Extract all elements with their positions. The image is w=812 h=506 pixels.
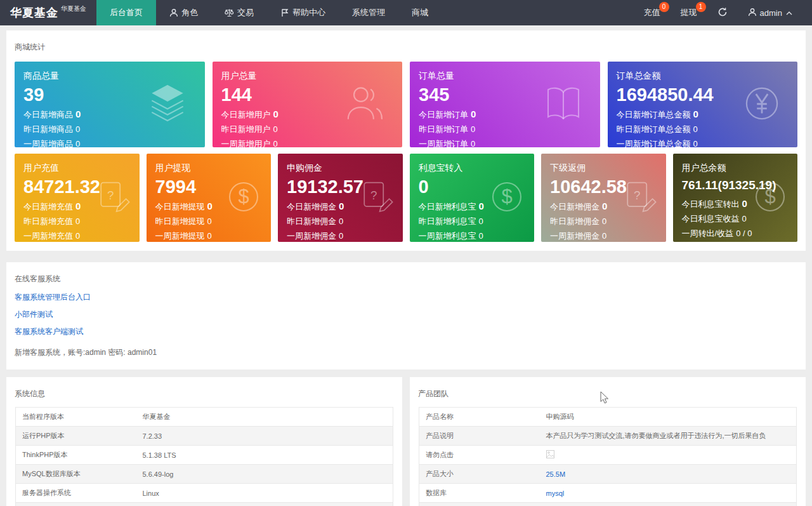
stat-card-total-orders: 订单总量 345 今日新增订单0 昨日新增订单0 一周新增订单0 (410, 62, 600, 147)
dollar-circle-icon: $ (487, 177, 527, 219)
flag-icon (280, 8, 289, 17)
svg-text:$: $ (764, 185, 775, 208)
nav-item-system[interactable]: 系统管理 (339, 0, 398, 25)
client-test-link[interactable]: 客服系统客户端测试 (15, 326, 797, 337)
table-row: MySQL数据库版本5.6.49-log (16, 465, 393, 484)
nav-item-mall[interactable]: 商城 (398, 0, 442, 25)
card-title: 订单总金额 (617, 70, 798, 82)
table-row: 请勿点击 (419, 446, 797, 465)
nav-item-label: 角色 (181, 7, 198, 18)
refresh-button[interactable] (707, 0, 738, 25)
widget-test-link[interactable]: 小部件测试 (15, 309, 797, 320)
doc-question-icon: ? (357, 178, 395, 218)
top-navbar: 华夏基金 华夏基金 后台首页 角色 交易 帮助中心 系统管理 商城 充值 0 (0, 0, 812, 25)
product-team-title: 产品团队 (410, 377, 806, 399)
stat-card-user-recharge: 用户充值 84721.32 今日新增充值0 昨日新增充值0 一周新增充值0 ? (15, 154, 140, 242)
svg-text:$: $ (238, 185, 249, 208)
card-title: 下级返佣 (550, 163, 666, 174)
admin-user-icon (748, 8, 757, 18)
service-panel-title: 在线客服系统 (6, 262, 806, 284)
main-nav: 后台首页 角色 交易 帮助中心 系统管理 商城 (96, 0, 442, 25)
recharge-label: 充值 (644, 7, 660, 18)
stat-card-interest-in: 利息宝转入 0 今日新增利息宝0 昨日新增利息宝0 一周新增利息宝0 $ (410, 154, 535, 242)
scale-icon (225, 8, 234, 17)
withdraw-badge: 1 (696, 2, 706, 12)
nav-item-roles[interactable]: 角色 (156, 0, 211, 25)
system-info-table: 当前程序版本华夏基金 运行PHP版本7.2.33 ThinkPHP版本5.1.3… (15, 407, 393, 506)
nav-item-label: 帮助中心 (292, 7, 325, 18)
svg-text:$: $ (501, 185, 512, 208)
table-row: 运行PHP版本7.2.33 (16, 427, 393, 446)
stat-card-purchase-commission: 申购佣金 19132.57 今日新增佣金0 昨日新增佣金0 一周新增佣金0 ? (278, 154, 403, 242)
withdraw-label: 提现 (681, 7, 697, 18)
table-row: 版本20100106 (419, 503, 797, 506)
stat-card-user-withdraw: 用户提现 7994 今日新增提现0 昨日新增提现0 一周新增提现0 $ (147, 154, 272, 242)
brand-subtitle: 华夏基金 (61, 4, 86, 13)
doc-question-icon: ? (620, 178, 658, 218)
layers-icon (144, 80, 191, 130)
stat-card-sub-rebate: 下级返佣 10642.58 今日新增佣金0 昨日新增佣金0 一周新增佣金0 ? (541, 154, 666, 242)
yen-circle-icon (740, 82, 783, 128)
table-row: 产品名称申购源码 (419, 408, 797, 427)
database-link[interactable]: mysql (546, 489, 565, 497)
card-title: 申购佣金 (287, 163, 403, 174)
service-panel: 在线客服系统 客服系统管理后台入口 小部件测试 客服系统客户端测试 新增客服系统… (6, 262, 806, 370)
table-row: 产品大小25.5M (419, 465, 797, 484)
nav-item-home[interactable]: 后台首页 (96, 0, 156, 25)
user-icon (169, 8, 178, 17)
navbar-right: 充值 0 提现 1 admin (634, 0, 812, 25)
user-menu[interactable]: admin (738, 0, 803, 25)
table-row: 服务器操作系统Linux (16, 484, 393, 503)
recharge-badge: 0 (659, 2, 669, 12)
broken-image-icon (546, 452, 554, 460)
withdraw-button[interactable]: 提现 1 (671, 0, 707, 25)
dollar-circle-icon: $ (750, 177, 790, 219)
stat-card-order-amount: 订单总金额 1694850.44 今日新增订单总金额0 昨日新增订单总金额0 一… (608, 62, 798, 147)
table-row: ThinkPHP版本5.1.38 LTS (16, 446, 393, 465)
nav-item-label: 系统管理 (352, 7, 385, 18)
stat-card-total-users: 用户总量 144 今日新增用户0 昨日新增用户0 一周新增用户0 (213, 62, 403, 147)
system-info-panel: 系统信息 当前程序版本华夏基金 运行PHP版本7.2.33 ThinkPHP版本… (6, 377, 402, 506)
nav-item-help[interactable]: 帮助中心 (267, 0, 339, 25)
bottom-panels: 系统信息 当前程序版本华夏基金 运行PHP版本7.2.33 ThinkPHP版本… (6, 377, 806, 506)
card-title: 用户总余额 (682, 163, 798, 174)
nav-item-label: 商城 (412, 7, 428, 18)
system-info-title: 系统信息 (6, 377, 402, 399)
card-title: 用户充值 (23, 163, 140, 174)
table-row: 数据库mysql (419, 484, 797, 503)
dollar-circle-icon: $ (224, 177, 263, 219)
stats-small-row: 用户充值 84721.32 今日新增充值0 昨日新增充值0 一周新增充值0 ? … (15, 154, 797, 242)
nav-item-label: 交易 (237, 7, 254, 18)
recharge-button[interactable]: 充值 0 (634, 0, 671, 25)
product-team-table: 产品名称申购源码 产品说明本产品只为学习测试交流,请勿要做商业或者用于违法行为,… (419, 407, 797, 506)
svg-text:?: ? (634, 188, 640, 201)
nav-item-label: 后台首页 (110, 7, 143, 18)
stat-card-user-balance: 用户总余额 761.11(91325.19) 今日利息宝转出0 今日利息宝收益0… (673, 154, 798, 242)
service-links: 客服系统管理后台入口 小部件测试 客服系统客户端测试 (6, 284, 806, 337)
svg-text:?: ? (107, 188, 114, 201)
stat-card-total-products: 商品总量 39 今日新增商品0 昨日新增商品0 一周新增商品0 (15, 62, 205, 147)
nav-item-trade[interactable]: 交易 (211, 0, 267, 25)
refresh-icon (717, 7, 728, 19)
username-label: admin (760, 8, 782, 18)
product-size-link[interactable]: 25.5M (546, 470, 566, 478)
chevron-up-icon (785, 8, 793, 18)
table-row: WEB运行环境fpm-fcgi (16, 503, 393, 506)
card-title: 利息宝转入 (419, 163, 535, 174)
book-icon (540, 81, 586, 129)
card-title: 用户提现 (155, 163, 272, 174)
doc-question-icon: ? (94, 178, 132, 218)
service-note: 新增客服系统，账号:admin 密码: admin01 (6, 343, 806, 358)
svg-text:?: ? (370, 188, 377, 201)
stats-large-row: 商品总量 39 今日新增商品0 昨日新增商品0 一周新增商品0 用户总量 144… (15, 62, 797, 147)
stats-panel-title: 商城统计 (6, 30, 806, 53)
table-row: 当前程序版本华夏基金 (16, 408, 393, 427)
table-row: 产品说明本产品只为学习测试交流,请勿要做商业或者用于违法行为,一切后果自负 (419, 427, 797, 446)
mall-stats-panel: 商城统计 商品总量 39 今日新增商品0 昨日新增商品0 一周新增商品0 用户总… (6, 30, 806, 251)
product-team-panel: 产品团队 产品名称申购源码 产品说明本产品只为学习测试交流,请勿要做商业或者用于… (410, 377, 806, 506)
users-icon (341, 80, 388, 130)
brand-logo[interactable]: 华夏基金 华夏基金 (0, 0, 96, 25)
service-admin-entry-link[interactable]: 客服系统管理后台入口 (15, 292, 797, 303)
brand-title: 华夏基金 (10, 5, 58, 20)
